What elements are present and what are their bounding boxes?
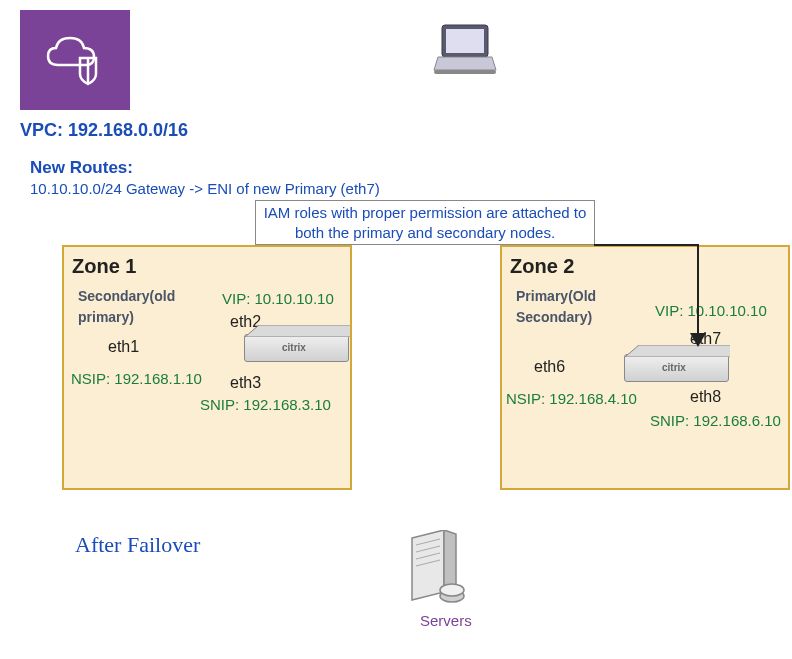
zone2-snip: SNIP: 192.168.6.10 [650, 412, 781, 429]
server-tower-icon [404, 530, 474, 614]
new-routes-detail: 10.10.10.0/24 Gateway -> ENI of new Prim… [30, 180, 380, 197]
zone1-eth3: eth3 [230, 374, 261, 392]
zone2-eth6: eth6 [534, 358, 565, 376]
zone2-nsip: NSIP: 192.168.4.10 [506, 390, 637, 407]
iam-note: IAM roles with proper permission are att… [255, 200, 595, 245]
zone2-eth8: eth8 [690, 388, 721, 406]
zone1-vip: VIP: 10.10.10.10 [222, 290, 334, 307]
zone1-snip: SNIP: 192.168.3.10 [200, 396, 331, 413]
svg-rect-1 [446, 29, 484, 53]
svg-rect-2 [434, 70, 496, 74]
zone2-vip: VIP: 10.10.10.10 [655, 302, 767, 319]
new-routes-header: New Routes: [30, 158, 133, 178]
servers-label: Servers [420, 612, 472, 629]
zone2-title: Zone 2 [510, 255, 780, 278]
zone-1: Zone 1 Secondary(old primary) [62, 245, 352, 490]
zone1-nsip: NSIP: 192.168.1.10 [71, 370, 202, 387]
laptop-icon [430, 20, 500, 85]
zone2-brand: citrix [662, 362, 686, 373]
zone1-brand: citrix [282, 342, 306, 353]
zone1-eth1: eth1 [108, 338, 139, 356]
zone1-role: Secondary(old primary) [78, 286, 198, 328]
after-failover-label: After Failover [75, 532, 200, 558]
vpc-cloud-shield-icon [20, 10, 130, 110]
vpc-label: VPC: 192.168.0.0/16 [20, 120, 188, 141]
zone1-title: Zone 1 [72, 255, 342, 278]
zone2-role: Primary(Old Secondary) [516, 286, 626, 328]
svg-point-8 [440, 584, 464, 596]
